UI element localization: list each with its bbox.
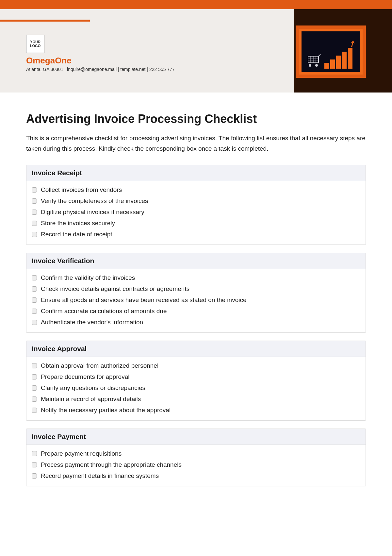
checklist-item-label: Collect invoices from vendors xyxy=(41,186,122,194)
checklist-item-label: Record the date of receipt xyxy=(41,231,112,238)
checklist-item-label: Prepare payment requisitions xyxy=(41,450,122,457)
checkbox[interactable] xyxy=(32,363,37,368)
checklist-item-label: Notify the necessary parties about the a… xyxy=(41,407,171,414)
checkbox[interactable] xyxy=(32,473,37,479)
checkbox[interactable] xyxy=(32,320,37,325)
checklist-item: Verify the completeness of the invoices xyxy=(32,195,360,207)
section-body: Prepare payment requisitionsProcess paym… xyxy=(26,445,366,486)
chart-bar-icon xyxy=(348,48,352,69)
chart-bar-icon xyxy=(330,59,335,69)
top-accent-bar xyxy=(0,0,392,9)
section-header: Invoice Verification xyxy=(26,253,366,269)
checklist-item: Process payment through the appropriate … xyxy=(32,459,360,470)
hero-image-inner-frame: ➚ xyxy=(299,29,363,75)
checklist-item-label: Maintain a record of approval details xyxy=(41,396,141,403)
checklist-item-label: Store the invoices securely xyxy=(41,220,115,227)
chart-bar-icon xyxy=(336,56,341,69)
document-title: Advertising Invoice Processing Checklist xyxy=(26,112,366,126)
header-accent-line xyxy=(0,20,90,22)
checkbox[interactable] xyxy=(32,462,37,467)
checklist-item: Record payment details in finance system… xyxy=(32,470,360,481)
checklist-item: Store the invoices securely xyxy=(32,218,360,229)
checkbox[interactable] xyxy=(32,210,37,215)
checklist-item: Notify the necessary parties about the a… xyxy=(32,405,360,416)
checklist-item-label: Confirm the validity of the invoices xyxy=(41,274,135,281)
checklist-section: Invoice VerificationConfirm the validity… xyxy=(26,253,366,333)
document-intro: This is a comprehensive checklist for pr… xyxy=(26,133,366,154)
hero-image: ➚ xyxy=(302,31,360,72)
checklist-item: Maintain a record of approval details xyxy=(32,394,360,405)
hero-image-frame: ➚ xyxy=(296,25,366,78)
checkbox[interactable] xyxy=(32,309,37,314)
checkbox[interactable] xyxy=(32,221,37,226)
chart-bar-icon xyxy=(324,63,329,69)
section-body: Collect invoices from vendorsVerify the … xyxy=(26,181,366,244)
section-body: Obtain approval from authorized personne… xyxy=(26,357,366,420)
checkbox[interactable] xyxy=(32,385,37,391)
checklist-item: Record the date of receipt xyxy=(32,229,360,240)
checklist-item-label: Check invoice details against contracts … xyxy=(41,285,189,293)
checkbox[interactable] xyxy=(32,297,37,303)
checklist-item: Collect invoices from vendors xyxy=(32,184,360,195)
shopping-cart-icon xyxy=(306,54,322,68)
checklist-section: Invoice ReceiptCollect invoices from ven… xyxy=(26,165,366,245)
section-header: Invoice Receipt xyxy=(26,165,366,181)
checklist-item: Confirm accurate calculations of amounts… xyxy=(32,306,360,317)
logo-placeholder: YOUR LOGO xyxy=(26,35,44,53)
checkbox[interactable] xyxy=(32,275,37,280)
checklist-item-label: Digitize physical invoices if necessary xyxy=(41,209,144,216)
section-header: Invoice Approval xyxy=(26,341,366,357)
company-contact-line: Atlanta, GA 30301 | inquire@omegaone.mai… xyxy=(26,67,175,72)
checklist-item-label: Ensure all goods and services have been … xyxy=(41,296,247,304)
checklist-item-label: Obtain approval from authorized personne… xyxy=(41,362,158,369)
checklist-item-label: Confirm accurate calculations of amounts… xyxy=(41,308,167,315)
chart-bar-icon xyxy=(342,52,347,69)
checklist-section: Invoice ApprovalObtain approval from aut… xyxy=(26,341,366,421)
checkbox[interactable] xyxy=(32,374,37,379)
checklist-item: Prepare payment requisitions xyxy=(32,448,360,459)
checklist-item: Clarify any questions or discrepancies xyxy=(32,382,360,394)
section-header: Invoice Payment xyxy=(26,429,366,445)
checkbox[interactable] xyxy=(32,396,37,402)
checklist-item: Check invoice details against contracts … xyxy=(32,283,360,295)
checkbox[interactable] xyxy=(32,451,37,456)
checklist-item: Obtain approval from authorized personne… xyxy=(32,360,360,371)
svg-point-6 xyxy=(309,64,311,67)
checklist-item: Ensure all goods and services have been … xyxy=(32,295,360,306)
checklist-item-label: Clarify any questions or discrepancies xyxy=(41,384,145,392)
checklist-item: Digitize physical invoices if necessary xyxy=(32,207,360,218)
checklist-item-label: Process payment through the appropriate … xyxy=(41,461,182,468)
company-name: OmegaOne xyxy=(26,56,72,66)
header: YOUR LOGO OmegaOne Atlanta, GA 30301 | i… xyxy=(0,9,392,93)
checkbox[interactable] xyxy=(32,187,37,193)
document-content: Advertising Invoice Processing Checklist… xyxy=(0,93,392,507)
section-body: Confirm the validity of the invoicesChec… xyxy=(26,269,366,332)
checklist-item: Authenticate the vendor's information xyxy=(32,317,360,328)
checklist-item-label: Prepare documents for approval xyxy=(41,373,129,380)
checkbox[interactable] xyxy=(32,232,37,237)
checklist-item-label: Record payment details in finance system… xyxy=(41,472,159,480)
checklist-item: Confirm the validity of the invoices xyxy=(32,272,360,283)
checklist-section: Invoice PaymentPrepare payment requisiti… xyxy=(26,429,366,486)
checkbox[interactable] xyxy=(32,286,37,292)
checkbox[interactable] xyxy=(32,408,37,413)
checkbox[interactable] xyxy=(32,198,37,204)
checklist-item-label: Verify the completeness of the invoices xyxy=(41,197,148,205)
svg-point-7 xyxy=(315,64,318,67)
checklist-item-label: Authenticate the vendor's information xyxy=(41,319,143,326)
checklist-item: Prepare documents for approval xyxy=(32,371,360,382)
